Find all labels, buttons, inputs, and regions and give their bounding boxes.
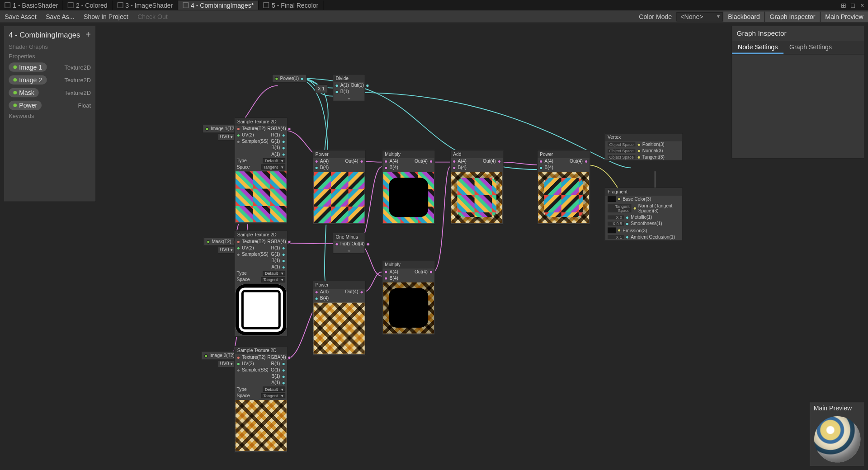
node-preview [236,284,287,335]
space-select[interactable]: Tangent [261,277,285,282]
chip-divide-x: X 1 [315,85,327,93]
toolbar: Save Asset Save As... Show In Project Ch… [0,10,868,23]
main-preview-title: Main Preview [810,402,864,414]
chip-uv0-1[interactable]: UV0▾ [217,133,235,141]
blackboard-subtitle: Shader Graphs [4,43,95,52]
tab-imageshader[interactable]: 3 - ImageShader [113,0,178,9]
keywords-section: Keywords [4,112,95,120]
chip-uv0-3[interactable]: UV0▾ [217,360,235,368]
node-preview [383,282,434,334]
blackboard-title: 4 - CombiningImages [9,30,80,39]
chevron-down-icon[interactable]: ⌄ [333,247,364,253]
node-title: Divide [333,75,364,82]
node-title: Add [451,150,503,158]
color-swatch[interactable] [608,196,616,202]
tab-basicshader[interactable]: 1 - BasicShader [0,0,63,9]
tab-finalrecolor[interactable]: 5 - Final Recolor [259,0,324,9]
tab-combiningimages[interactable]: 4 - CombiningImages* [178,0,259,9]
node-title: Sample Texture 2D [235,347,287,354]
show-in-project-button[interactable]: Show In Project [79,11,133,22]
graph-icon [264,2,269,8]
add-property-button[interactable]: + [85,29,91,40]
main-preview-toggle[interactable]: Main Preview [820,11,868,22]
graph-icon [68,2,74,8]
node-power-image2[interactable]: Power A(4)Out(4) B(4) [312,281,366,355]
save-as-button[interactable]: Save As... [41,11,79,22]
tab-node-settings[interactable]: Node Settings [732,41,783,54]
node-title: Fragment [605,188,682,196]
property-mask[interactable]: MaskTexture2D [4,86,95,99]
node-title: Power [313,150,365,158]
save-asset-button[interactable]: Save Asset [0,11,41,22]
property-image2[interactable]: Image 2Texture2D [4,74,95,86]
graph-icon [117,2,123,8]
node-power-final[interactable]: Power A(4)Out(4) B(4) [537,150,590,225]
node-add[interactable]: Add A(4)Out(4) B(4) [450,150,504,225]
space-select[interactable]: Tangent [261,164,285,170]
node-preview [451,172,502,223]
tab-colored[interactable]: 2 - Colored [63,0,113,9]
type-select[interactable]: Default [263,158,285,164]
type-select[interactable]: Default [263,271,285,276]
properties-section: Properties [4,52,95,61]
color-swatch[interactable] [608,227,616,233]
node-preview [236,171,287,222]
node-title: One Minus [333,233,364,241]
node-sample-image2[interactable]: Sample Texture 2D Texture(T2)RGBA(4) UV(… [234,346,288,453]
node-power-image1[interactable]: Power A(4)Out(4) B(4) [312,150,366,225]
node-preview [538,172,589,223]
color-mode-select[interactable]: <None> [676,12,722,21]
node-title: Multiply [382,150,434,158]
node-sample-image1[interactable]: Sample Texture 2D Texture(T2)RGBA(4) UV(… [234,118,288,224]
node-divide[interactable]: Divide A(1)Out(1) B(1) ⌄ [333,74,365,101]
blackboard-panel[interactable]: 4 - CombiningImages+ Shader Graphs Prope… [4,25,96,202]
preview-sphere[interactable] [814,416,860,462]
node-title: Multiply [382,261,434,269]
node-multiply-1[interactable]: Multiply A(4)Out(4) B(4) [382,150,435,225]
node-preview [314,303,365,354]
master-vertex[interactable]: Vertex Object SpacePosition(3) Object Sp… [605,133,683,161]
maximize-icon[interactable]: □ [849,1,856,9]
graph-inspector-toggle[interactable]: Graph Inspector [764,11,820,22]
check-out-button: Check Out [133,11,172,22]
type-select[interactable]: Default [263,387,285,392]
graph-inspector-panel[interactable]: Graph Inspector Node Settings Graph Sett… [731,25,864,159]
node-preview [314,172,365,223]
chevron-down-icon[interactable]: ⌄ [333,95,364,101]
space-select[interactable]: Tangent [261,393,285,399]
node-preview [236,400,287,451]
close-icon[interactable]: × [859,1,866,9]
tab-graph-settings[interactable]: Graph Settings [783,41,838,54]
inspector-title: Graph Inspector [732,26,864,41]
chip-power[interactable]: Power(1) [272,74,307,83]
file-tabs: 1 - BasicShader 2 - Colored 3 - ImageSha… [0,0,868,10]
node-title: Power [313,281,365,289]
graph-canvas[interactable]: 4 - CombiningImages+ Shader Graphs Prope… [0,23,868,470]
node-preview [383,172,434,223]
property-power[interactable]: PowerFloat [4,99,95,112]
master-fragment[interactable]: Fragment Base Color(3) Tangent SpaceNorm… [605,188,683,241]
main-preview-panel[interactable]: Main Preview [810,402,865,466]
node-title: Sample Texture 2D [235,231,287,239]
node-title: Vertex [605,134,682,141]
node-multiply-2[interactable]: Multiply A(4)Out(4) B(4) [382,260,435,335]
dock-icon[interactable]: ⊞ [840,1,847,9]
chip-uv0-2[interactable]: UV0▾ [217,246,235,254]
color-mode-label: Color Mode [634,11,676,22]
blackboard-toggle[interactable]: Blackboard [723,11,764,22]
graph-icon [5,2,10,8]
node-sample-mask[interactable]: Sample Texture 2D Texture(T2)RGBA(4) UV(… [234,230,288,337]
node-one-minus[interactable]: One Minus In(4)Out(4) ⌄ [333,233,365,254]
graph-icon [183,2,189,8]
property-image1[interactable]: Image 1Texture2D [4,61,95,73]
node-title: Power [538,150,590,158]
node-title: Sample Texture 2D [235,118,287,126]
master-connector [655,171,656,188]
